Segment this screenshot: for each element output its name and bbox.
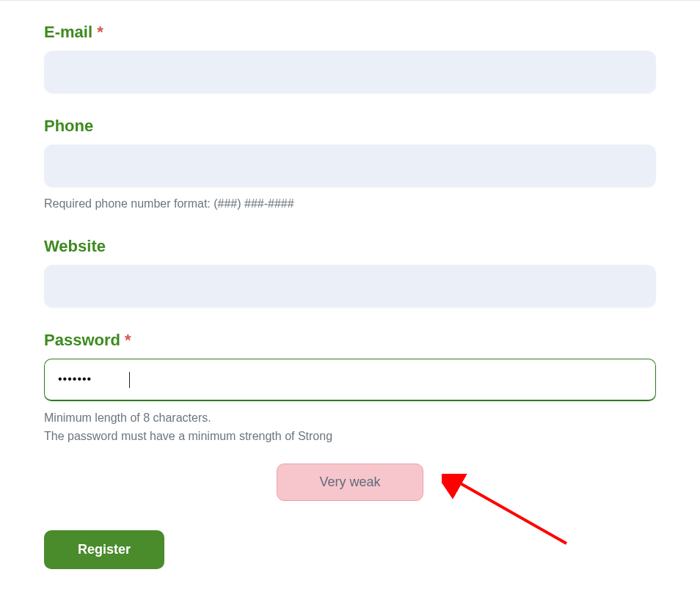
password-input-wrap: ••••••• xyxy=(44,359,656,401)
website-group: Website xyxy=(44,237,656,307)
registration-form: E-mail * Phone Required phone number for… xyxy=(44,23,656,569)
password-field[interactable]: ••••••• xyxy=(44,359,656,401)
email-label-text: E-mail xyxy=(44,23,92,41)
password-help-line1: Minimum length of 8 characters. xyxy=(44,409,656,428)
password-label: Password * xyxy=(44,331,656,350)
svg-line-1 xyxy=(456,481,566,543)
email-group: E-mail * xyxy=(44,23,656,93)
phone-label: Phone xyxy=(44,117,656,136)
email-required-mark: * xyxy=(97,23,103,41)
register-button[interactable]: Register xyxy=(44,530,164,569)
website-field[interactable] xyxy=(44,265,656,307)
password-required-mark: * xyxy=(125,331,131,349)
email-field[interactable] xyxy=(44,51,656,93)
password-strength-wrap: Very weak xyxy=(44,464,656,501)
password-help-line2: The password must have a minimum strengt… xyxy=(44,427,656,446)
password-masked-value: ••••••• xyxy=(58,373,92,386)
text-cursor xyxy=(129,372,130,388)
annotation-arrow-icon xyxy=(442,474,588,562)
password-group: Password * ••••••• Minimum length of 8 c… xyxy=(44,331,656,501)
password-label-text: Password xyxy=(44,331,120,349)
password-strength-badge: Very weak xyxy=(277,464,423,501)
phone-group: Phone Required phone number format: (###… xyxy=(44,117,656,213)
phone-help-text: Required phone number format: (###) ###-… xyxy=(44,194,656,213)
email-label: E-mail * xyxy=(44,23,656,42)
password-help-text: Minimum length of 8 characters. The pass… xyxy=(44,409,656,446)
phone-field[interactable] xyxy=(44,144,656,187)
website-label: Website xyxy=(44,237,656,256)
